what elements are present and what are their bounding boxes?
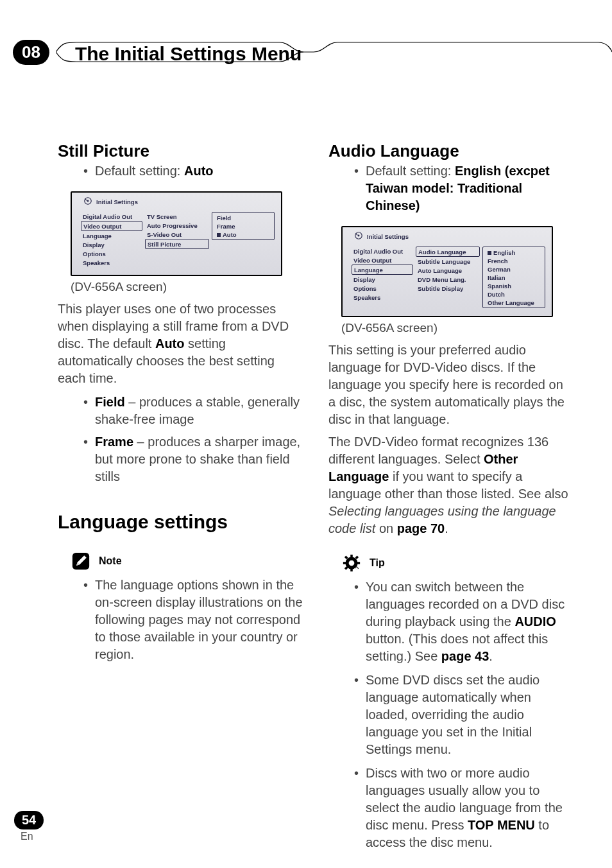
tip-row: Tip	[343, 554, 574, 572]
fig-item: Auto Progressive	[145, 221, 209, 230]
audio-language-figure: Initial Settings Digital Audio Out Video…	[341, 226, 553, 317]
chapter-badge: 08	[13, 40, 49, 65]
figure-caption: (DV-656A screen)	[341, 321, 574, 335]
fig-value: French	[485, 257, 543, 265]
field-bullet: • Field – produces a stable, generally s…	[83, 394, 303, 428]
fig-item: Display	[81, 240, 142, 249]
fig-item: S-Video Out	[145, 230, 209, 239]
fig-value: German	[485, 265, 543, 273]
note-text: • The language options shown in the on-s…	[83, 577, 303, 663]
fig-value-selected: Auto	[214, 230, 272, 239]
svg-rect-9	[357, 562, 360, 564]
header-rule: The Initial Settings Menu	[56, 39, 612, 65]
fig-item: Digital Audio Out	[352, 247, 413, 256]
fig-item: DVD Menu Lang.	[416, 275, 480, 284]
fig-col-options: TV Screen Auto Progressive S-Video Out S…	[145, 212, 209, 267]
note-row: Note	[72, 552, 303, 570]
left-column: Still Picture • Default setting: Auto In…	[58, 141, 303, 854]
frame-bullet: • Frame – produces a sharper image, but …	[83, 433, 303, 485]
fig-value-selected: English	[485, 248, 543, 257]
still-picture-heading: Still Picture	[58, 141, 303, 161]
fig-col-values: English French German Italian Spanish Du…	[482, 247, 548, 308]
fig-value: Other Language	[485, 299, 543, 307]
audio-language-heading: Audio Language	[328, 141, 574, 161]
fig-col-categories: Digital Audio Out Video Output Language …	[352, 247, 413, 308]
audio-lang-para2: The DVD-Video format recognizes 136 diff…	[328, 433, 574, 537]
fig-item: Subtitle Display	[416, 284, 480, 293]
fig-item: TV Screen	[145, 212, 209, 221]
fig-value: Spanish	[485, 282, 543, 290]
fig-item: Speakers	[352, 293, 413, 302]
page-footer: 54 En	[14, 811, 44, 842]
tip-bullet-2: • Some DVD discs set the audio language …	[354, 672, 574, 758]
default-setting-row: • Default setting: Auto	[83, 162, 303, 180]
fig-item: Speakers	[81, 258, 142, 267]
tip-label: Tip	[370, 557, 385, 569]
fig-item-selected: Still Picture	[145, 239, 209, 249]
disc-icon	[83, 196, 92, 207]
svg-point-14	[349, 560, 355, 566]
figure-caption: (DV-656A screen)	[71, 280, 303, 294]
header-title: The Initial Settings Menu	[75, 43, 302, 65]
fig-item: Options	[352, 284, 413, 293]
note-label: Note	[99, 555, 122, 567]
tip-bullet-1: • You can switch between the languages r…	[354, 578, 574, 665]
still-picture-para: This player uses one of two processes wh…	[58, 300, 303, 387]
fig-col-values: Field Frame Auto	[212, 212, 277, 267]
svg-point-1	[87, 200, 89, 202]
fig-value: Italian	[485, 273, 543, 282]
still-picture-figure: Initial Settings Digital Audio Out Video…	[71, 191, 282, 276]
fig-item: Auto Language	[416, 266, 480, 275]
fig-item: Digital Audio Out	[81, 212, 142, 221]
tip-bullet-3: • Discs with two or more audio languages…	[354, 765, 574, 851]
fig-col-categories: Digital Audio Out Video Output Language …	[81, 212, 142, 267]
svg-rect-6	[350, 555, 353, 558]
disc-icon	[354, 231, 363, 241]
default-prefix: Default setting:	[366, 164, 455, 178]
svg-point-4	[358, 235, 360, 237]
fig-item: Video Output	[352, 256, 413, 265]
default-prefix: Default setting:	[95, 164, 184, 178]
fig-item-selected: Language	[352, 265, 413, 275]
audio-lang-para1: This setting is your preferred audio lan…	[328, 342, 574, 428]
figure-title: Initial Settings	[96, 198, 138, 205]
fig-item: Language	[81, 231, 142, 240]
default-setting-row: • Default setting: English (excpet Taiwa…	[354, 162, 574, 214]
fig-value: Frame	[214, 222, 272, 230]
fig-item-selected: Video Output	[81, 221, 142, 231]
page-header: 08 The Initial Settings Menu	[0, 0, 612, 71]
pencil-icon	[72, 552, 90, 570]
svg-rect-7	[350, 568, 353, 571]
fig-item-selected: Audio Language	[416, 247, 480, 257]
fig-value: Field	[214, 214, 272, 222]
page-lang: En	[14, 831, 44, 842]
fig-item: Display	[352, 275, 413, 284]
page-number: 54	[14, 811, 44, 829]
fig-item: Options	[81, 249, 142, 258]
default-value: Auto	[184, 164, 214, 178]
figure-title: Initial Settings	[367, 233, 409, 240]
content-columns: Still Picture • Default setting: Auto In…	[0, 71, 612, 854]
language-settings-heading: Language settings	[58, 511, 303, 533]
gear-icon	[343, 554, 361, 572]
fig-col-options: Audio Language Subtitle Language Auto La…	[416, 247, 480, 308]
fig-item: Subtitle Language	[416, 257, 480, 266]
svg-rect-8	[343, 562, 346, 564]
right-column: Audio Language • Default setting: Englis…	[328, 141, 574, 854]
fig-value: Dutch	[485, 290, 543, 299]
